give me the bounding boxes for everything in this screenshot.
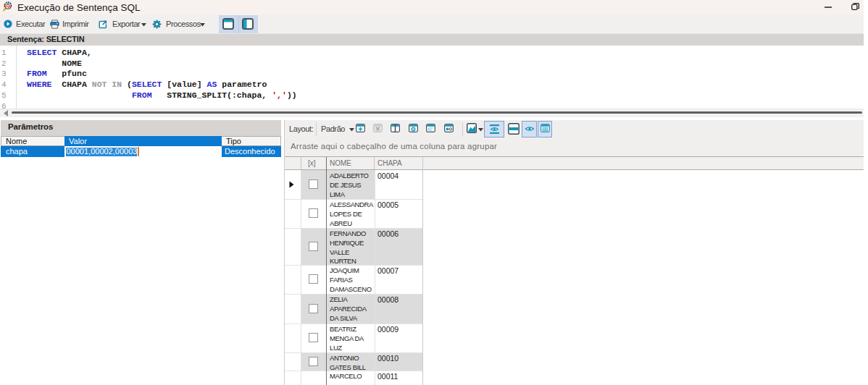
svg-text:SQL: SQL xyxy=(4,4,12,8)
